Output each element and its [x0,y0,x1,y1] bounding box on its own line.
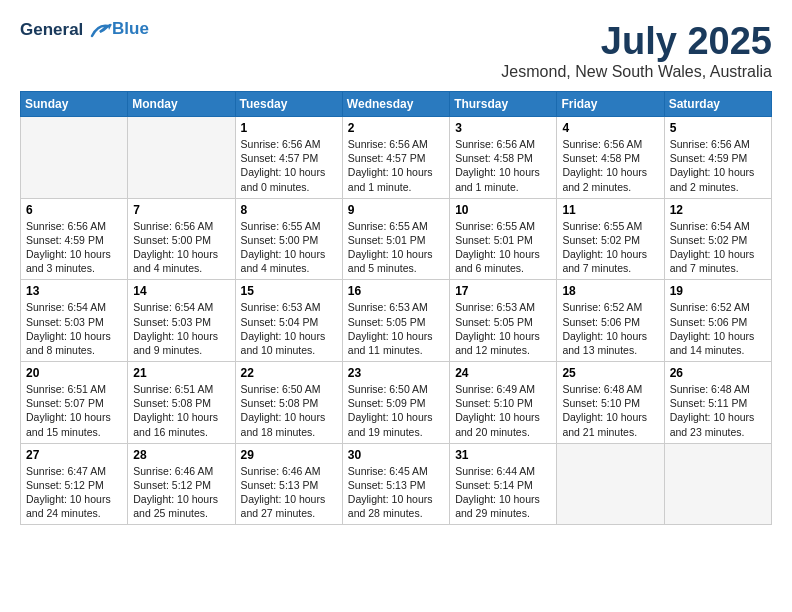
calendar-cell: 21Sunrise: 6:51 AMSunset: 5:08 PMDayligh… [128,362,235,444]
header-monday: Monday [128,92,235,117]
day-number: 5 [670,121,766,135]
location-text: Jesmond, New South Wales, Australia [501,63,772,81]
logo-blue: Blue [112,19,149,39]
cell-details: Sunrise: 6:49 AMSunset: 5:10 PMDaylight:… [455,382,551,439]
cell-details: Sunrise: 6:55 AMSunset: 5:00 PMDaylight:… [241,219,337,276]
calendar-cell: 31Sunrise: 6:44 AMSunset: 5:14 PMDayligh… [450,443,557,525]
day-number: 9 [348,203,444,217]
cell-details: Sunrise: 6:54 AMSunset: 5:03 PMDaylight:… [26,300,122,357]
day-number: 28 [133,448,229,462]
week-row-4: 20Sunrise: 6:51 AMSunset: 5:07 PMDayligh… [21,362,772,444]
calendar-cell: 1Sunrise: 6:56 AMSunset: 4:57 PMDaylight… [235,117,342,199]
calendar-cell: 6Sunrise: 6:56 AMSunset: 4:59 PMDaylight… [21,198,128,280]
day-number: 26 [670,366,766,380]
calendar-cell: 5Sunrise: 6:56 AMSunset: 4:59 PMDaylight… [664,117,771,199]
day-number: 2 [348,121,444,135]
calendar-cell: 12Sunrise: 6:54 AMSunset: 5:02 PMDayligh… [664,198,771,280]
calendar-cell: 26Sunrise: 6:48 AMSunset: 5:11 PMDayligh… [664,362,771,444]
cell-details: Sunrise: 6:46 AMSunset: 5:13 PMDaylight:… [241,464,337,521]
cell-details: Sunrise: 6:55 AMSunset: 5:02 PMDaylight:… [562,219,658,276]
day-number: 22 [241,366,337,380]
calendar-cell: 29Sunrise: 6:46 AMSunset: 5:13 PMDayligh… [235,443,342,525]
cell-details: Sunrise: 6:54 AMSunset: 5:02 PMDaylight:… [670,219,766,276]
logo-bird-icon [90,22,112,40]
cell-details: Sunrise: 6:50 AMSunset: 5:08 PMDaylight:… [241,382,337,439]
cell-details: Sunrise: 6:56 AMSunset: 4:59 PMDaylight:… [26,219,122,276]
cell-details: Sunrise: 6:46 AMSunset: 5:12 PMDaylight:… [133,464,229,521]
logo-text: General Blue [20,20,149,40]
week-row-1: 1Sunrise: 6:56 AMSunset: 4:57 PMDaylight… [21,117,772,199]
cell-details: Sunrise: 6:44 AMSunset: 5:14 PMDaylight:… [455,464,551,521]
calendar-cell: 17Sunrise: 6:53 AMSunset: 5:05 PMDayligh… [450,280,557,362]
page-header: General Blue July 2025 Jesmond, New Sout… [20,20,772,81]
cell-details: Sunrise: 6:56 AMSunset: 4:59 PMDaylight:… [670,137,766,194]
cell-details: Sunrise: 6:54 AMSunset: 5:03 PMDaylight:… [133,300,229,357]
calendar-cell: 18Sunrise: 6:52 AMSunset: 5:06 PMDayligh… [557,280,664,362]
calendar-cell: 28Sunrise: 6:46 AMSunset: 5:12 PMDayligh… [128,443,235,525]
day-number: 11 [562,203,658,217]
header-saturday: Saturday [664,92,771,117]
calendar-cell: 15Sunrise: 6:53 AMSunset: 5:04 PMDayligh… [235,280,342,362]
day-number: 23 [348,366,444,380]
cell-details: Sunrise: 6:56 AMSunset: 4:58 PMDaylight:… [562,137,658,194]
calendar-cell: 13Sunrise: 6:54 AMSunset: 5:03 PMDayligh… [21,280,128,362]
calendar-cell [557,443,664,525]
day-number: 18 [562,284,658,298]
header-thursday: Thursday [450,92,557,117]
day-number: 8 [241,203,337,217]
calendar-cell: 8Sunrise: 6:55 AMSunset: 5:00 PMDaylight… [235,198,342,280]
cell-details: Sunrise: 6:53 AMSunset: 5:04 PMDaylight:… [241,300,337,357]
cell-details: Sunrise: 6:56 AMSunset: 4:57 PMDaylight:… [241,137,337,194]
calendar-cell: 10Sunrise: 6:55 AMSunset: 5:01 PMDayligh… [450,198,557,280]
calendar-cell: 9Sunrise: 6:55 AMSunset: 5:01 PMDaylight… [342,198,449,280]
day-number: 31 [455,448,551,462]
cell-details: Sunrise: 6:55 AMSunset: 5:01 PMDaylight:… [348,219,444,276]
calendar-cell: 30Sunrise: 6:45 AMSunset: 5:13 PMDayligh… [342,443,449,525]
calendar-cell: 2Sunrise: 6:56 AMSunset: 4:57 PMDaylight… [342,117,449,199]
calendar-cell: 14Sunrise: 6:54 AMSunset: 5:03 PMDayligh… [128,280,235,362]
day-number: 25 [562,366,658,380]
day-number: 19 [670,284,766,298]
day-number: 29 [241,448,337,462]
calendar-cell: 11Sunrise: 6:55 AMSunset: 5:02 PMDayligh… [557,198,664,280]
cell-details: Sunrise: 6:53 AMSunset: 5:05 PMDaylight:… [455,300,551,357]
cell-details: Sunrise: 6:55 AMSunset: 5:01 PMDaylight:… [455,219,551,276]
cell-details: Sunrise: 6:52 AMSunset: 5:06 PMDaylight:… [670,300,766,357]
cell-details: Sunrise: 6:56 AMSunset: 4:57 PMDaylight:… [348,137,444,194]
day-number: 15 [241,284,337,298]
calendar-cell [21,117,128,199]
header-friday: Friday [557,92,664,117]
title-block: July 2025 Jesmond, New South Wales, Aust… [501,20,772,81]
day-number: 4 [562,121,658,135]
day-number: 16 [348,284,444,298]
cell-details: Sunrise: 6:47 AMSunset: 5:12 PMDaylight:… [26,464,122,521]
calendar-cell: 19Sunrise: 6:52 AMSunset: 5:06 PMDayligh… [664,280,771,362]
day-number: 1 [241,121,337,135]
week-row-5: 27Sunrise: 6:47 AMSunset: 5:12 PMDayligh… [21,443,772,525]
day-number: 14 [133,284,229,298]
cell-details: Sunrise: 6:45 AMSunset: 5:13 PMDaylight:… [348,464,444,521]
day-number: 13 [26,284,122,298]
month-title: July 2025 [501,20,772,63]
cell-details: Sunrise: 6:56 AMSunset: 4:58 PMDaylight:… [455,137,551,194]
header-tuesday: Tuesday [235,92,342,117]
day-number: 7 [133,203,229,217]
day-number: 20 [26,366,122,380]
calendar-cell: 27Sunrise: 6:47 AMSunset: 5:12 PMDayligh… [21,443,128,525]
day-number: 24 [455,366,551,380]
day-number: 6 [26,203,122,217]
cell-details: Sunrise: 6:51 AMSunset: 5:07 PMDaylight:… [26,382,122,439]
calendar-cell: 23Sunrise: 6:50 AMSunset: 5:09 PMDayligh… [342,362,449,444]
day-number: 10 [455,203,551,217]
cell-details: Sunrise: 6:56 AMSunset: 5:00 PMDaylight:… [133,219,229,276]
logo-general: General [20,20,83,39]
header-sunday: Sunday [21,92,128,117]
day-number: 27 [26,448,122,462]
calendar-cell: 16Sunrise: 6:53 AMSunset: 5:05 PMDayligh… [342,280,449,362]
calendar-table: SundayMondayTuesdayWednesdayThursdayFrid… [20,91,772,525]
day-number: 30 [348,448,444,462]
calendar-cell: 24Sunrise: 6:49 AMSunset: 5:10 PMDayligh… [450,362,557,444]
calendar-cell: 7Sunrise: 6:56 AMSunset: 5:00 PMDaylight… [128,198,235,280]
calendar-cell: 3Sunrise: 6:56 AMSunset: 4:58 PMDaylight… [450,117,557,199]
day-number: 21 [133,366,229,380]
